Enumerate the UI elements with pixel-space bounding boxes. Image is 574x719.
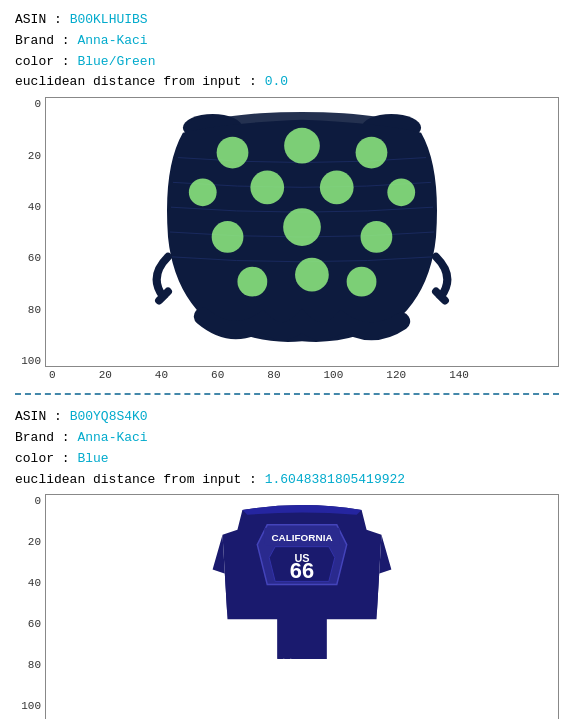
y-tick-2-60: 60: [28, 619, 41, 630]
result-1-color: color : Blue/Green: [15, 52, 559, 73]
chart-2: 0 20 40 60 80 100 120 140: [15, 494, 559, 719]
y-tick-1-100: 100: [21, 356, 41, 367]
color-value-1: Blue/Green: [77, 54, 155, 69]
x-tick-1-120: 120: [386, 369, 406, 381]
chart-1-wrapper: 0 20 40 60 80 100: [15, 97, 559, 367]
x-tick-1-40: 40: [155, 369, 168, 381]
y-tick-1-80: 80: [28, 305, 41, 316]
color-label-2: color: [15, 451, 54, 466]
plot-box-1: [45, 97, 559, 367]
y-tick-2-0: 0: [34, 496, 41, 507]
plot-box-2: CALIFORNIA US 66: [45, 494, 559, 719]
asin-value-1: B00KLHUIBS: [70, 12, 148, 27]
result-2-distance: euclidean distance from input : 1.604838…: [15, 470, 559, 491]
svg-point-11: [212, 221, 244, 253]
distance-value-2: 1.6048381805419922: [265, 472, 405, 487]
result-1-brand: Brand : Anna-Kaci: [15, 31, 559, 52]
y-axis-2: 0 20 40 60 80 100 120 140: [15, 494, 45, 719]
asin-label-2: ASIN: [15, 409, 46, 424]
svg-point-4: [217, 137, 249, 169]
distance-label-1: euclidean distance from input: [15, 74, 241, 89]
x-tick-1-140: 140: [449, 369, 469, 381]
result-2-color: color : Blue: [15, 449, 559, 470]
svg-text:66: 66: [290, 559, 314, 584]
svg-point-6: [356, 137, 388, 169]
y-axis-1: 0 20 40 60 80 100: [15, 97, 45, 367]
svg-point-14: [237, 267, 267, 297]
brand-label-1: Brand: [15, 33, 54, 48]
y-tick-1-0: 0: [34, 99, 41, 110]
brand-value-2: Anna-Kaci: [77, 430, 147, 445]
y-tick-2-40: 40: [28, 578, 41, 589]
x-tick-1-60: 60: [211, 369, 224, 381]
result-2-brand: Brand : Anna-Kaci: [15, 428, 559, 449]
y-tick-2-20: 20: [28, 537, 41, 548]
y-tick-2-100: 100: [21, 701, 41, 712]
svg-point-7: [189, 179, 217, 207]
svg-point-10: [387, 179, 415, 207]
brand-value-1: Anna-Kaci: [77, 33, 147, 48]
svg-point-16: [347, 267, 377, 297]
result-1-distance: euclidean distance from input : 0.0: [15, 72, 559, 93]
result-2: ASIN : B00YQ8S4K0 Brand : Anna-Kaci colo…: [15, 407, 559, 719]
y-tick-1-20: 20: [28, 151, 41, 162]
svg-point-9: [320, 171, 354, 205]
svg-point-12: [283, 208, 321, 246]
color-value-2: Blue: [77, 451, 108, 466]
color-label-1: color: [15, 54, 54, 69]
result-2-asin: ASIN : B00YQ8S4K0: [15, 407, 559, 428]
y-tick-1-40: 40: [28, 202, 41, 213]
svg-point-13: [361, 221, 393, 253]
result-1-asin: ASIN : B00KLHUIBS: [15, 10, 559, 31]
distance-label-2: euclidean distance from input: [15, 472, 241, 487]
svg-point-15: [295, 258, 329, 292]
chart-1: 0 20 40 60 80 100: [15, 97, 559, 381]
dress1-svg: [46, 98, 558, 366]
chart-2-wrapper: 0 20 40 60 80 100 120 140: [15, 494, 559, 719]
svg-text:CALIFORNIA: CALIFORNIA: [271, 532, 332, 543]
distance-value-1: 0.0: [265, 74, 288, 89]
svg-point-8: [250, 171, 284, 205]
result-1: ASIN : B00KLHUIBS Brand : Anna-Kaci colo…: [15, 10, 559, 381]
x-tick-1-20: 20: [99, 369, 112, 381]
svg-point-5: [284, 128, 320, 164]
y-tick-2-80: 80: [28, 660, 41, 671]
brand-label-2: Brand: [15, 430, 54, 445]
separator: [15, 393, 559, 395]
asin-label-1: ASIN: [15, 12, 46, 27]
asin-value-2: B00YQ8S4K0: [70, 409, 148, 424]
x-tick-1-100: 100: [324, 369, 344, 381]
x-tick-1-80: 80: [267, 369, 280, 381]
dress2-svg: CALIFORNIA US 66: [46, 495, 558, 719]
y-tick-1-60: 60: [28, 253, 41, 264]
x-tick-1-0: 0: [49, 369, 56, 381]
x-axis-1: 0 20 40 60 80 100 120 140: [49, 369, 469, 381]
